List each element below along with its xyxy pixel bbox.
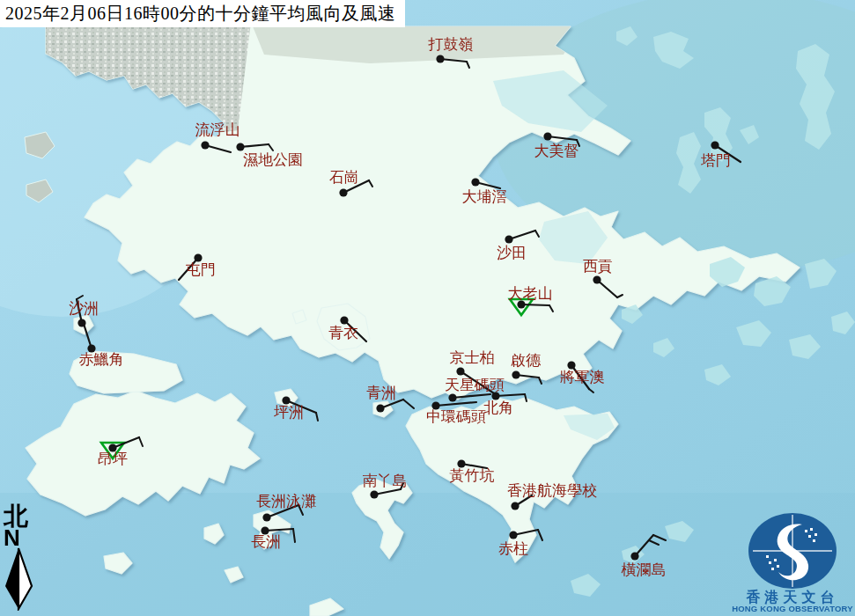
hko-logo-icon: [747, 512, 838, 590]
station-label: 中環碼頭: [426, 408, 486, 425]
station-dot: [436, 55, 444, 62]
station-dot: [340, 316, 348, 324]
station-dot: [505, 235, 512, 243]
north-indicator: 北 N: [2, 505, 37, 614]
station-label: 將軍澳: [560, 369, 605, 385]
hong-kong-wind-map: 流浮山濕地公園打鼓嶺大美督塔門石崗大埔滘沙田西貢屯門沙洲赤鱲角大老山青衣京士柏啟…: [0, 0, 855, 616]
station-label: 赤鱲角: [79, 351, 124, 368]
station-dot: [593, 275, 601, 283]
station-label: 香港航海學校: [507, 482, 597, 499]
station-label: 天星碼頭: [445, 377, 505, 393]
hko-name-chinese: 香港天文台: [732, 590, 853, 604]
station-label: 北角: [483, 400, 513, 416]
station-label: 塔門: [700, 152, 731, 169]
station-label: 石崗: [329, 169, 359, 186]
station-dot: [512, 370, 520, 378]
station-dot: [262, 513, 270, 521]
station-dot: [711, 141, 719, 149]
station-label: 屯門: [186, 261, 216, 278]
station-dot: [456, 367, 464, 375]
station-label: 打鼓嶺: [428, 36, 474, 53]
station-dot: [376, 404, 384, 412]
map-title: 2025年2月06日16時00分的十分鐘平均風向及風速: [0, 0, 405, 27]
station-label: 長洲泳灘: [256, 493, 316, 510]
station-dot: [448, 393, 456, 401]
station-dot: [370, 490, 378, 498]
wind-barb-shaft: [521, 304, 549, 305]
station-label: 昂坪: [98, 451, 128, 467]
station-label: 大美督: [534, 143, 579, 159]
station-label: 南丫島: [363, 473, 408, 489]
station-label: 沙田: [497, 245, 527, 261]
station-label: 西貢: [583, 258, 613, 275]
compass-needle-icon: [2, 547, 35, 611]
station-dot: [543, 132, 551, 140]
station-label: 長洲: [251, 533, 281, 550]
station-label: 赤柱: [498, 540, 528, 557]
north-letter: N: [4, 528, 37, 547]
hko-logo: 香港天文台 HONG KONG OBSERVATORY: [732, 512, 853, 614]
station-label: 坪洲: [274, 404, 304, 421]
south-sea-tint: [0, 493, 855, 616]
station-label: 濕地公園: [243, 151, 303, 168]
station-label: 京士柏: [450, 349, 495, 366]
station-label: 流浮山: [195, 121, 240, 138]
station-label: 青洲: [366, 385, 396, 401]
station-dot: [511, 502, 519, 510]
station-dot: [509, 531, 517, 539]
station-label: 大老山: [508, 285, 553, 302]
hko-name-english: HONG KONG OBSERVATORY: [732, 604, 853, 614]
station-label: 黃竹坑: [450, 467, 495, 484]
wind-map-screen: 流浮山濕地公園打鼓嶺大美督塔門石崗大埔滘沙田西貢屯門沙洲赤鱲角大老山青衣京士柏啟…: [0, 0, 855, 616]
station-dot: [339, 188, 347, 196]
station-label: 橫瀾島: [622, 561, 667, 578]
station-label: 青衣: [328, 325, 358, 341]
station-label: 大埔滘: [462, 188, 507, 205]
station-dot: [630, 552, 638, 560]
station-dot: [236, 143, 244, 150]
station-dot: [201, 141, 209, 149]
station-label: 沙洲: [69, 300, 99, 317]
station-label: 啟德: [511, 352, 542, 369]
station-dot: [471, 178, 479, 186]
